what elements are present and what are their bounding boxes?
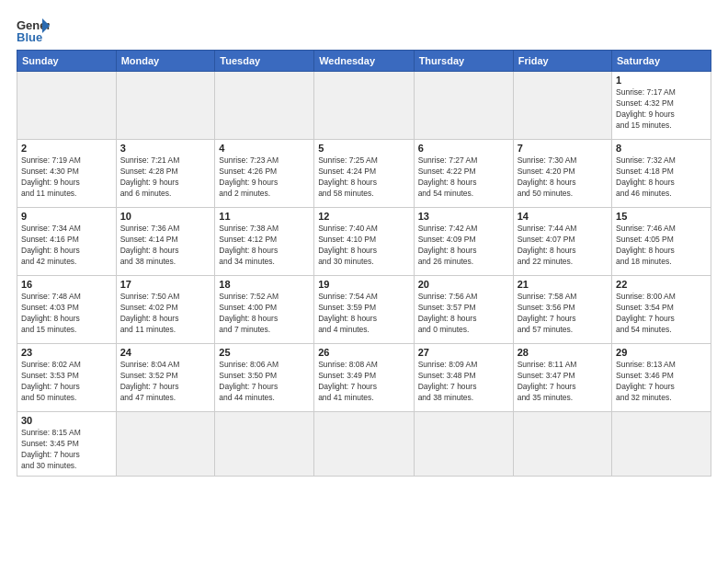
- day-number: 25: [219, 347, 310, 358]
- weekday-header-tuesday: Tuesday: [215, 51, 314, 72]
- calendar-cell: 6Sunrise: 7:27 AM Sunset: 4:22 PM Daylig…: [414, 140, 513, 208]
- day-number: 16: [21, 279, 112, 290]
- day-number: 13: [418, 211, 509, 222]
- calendar-cell: [215, 72, 314, 140]
- day-info: Sunrise: 7:46 AM Sunset: 4:05 PM Dayligh…: [616, 224, 707, 268]
- day-info: Sunrise: 7:36 AM Sunset: 4:14 PM Dayligh…: [120, 224, 211, 268]
- weekday-header-row: SundayMondayTuesdayWednesdayThursdayFrid…: [17, 51, 711, 72]
- weekday-header-thursday: Thursday: [414, 51, 513, 72]
- day-number: 6: [418, 143, 509, 154]
- logo: General Blue: [17, 17, 50, 44]
- calendar-week-row: 9Sunrise: 7:34 AM Sunset: 4:16 PM Daylig…: [17, 208, 711, 276]
- calendar-cell: 13Sunrise: 7:42 AM Sunset: 4:09 PM Dayli…: [414, 208, 513, 276]
- svg-text:Blue: Blue: [17, 30, 42, 44]
- calendar-cell: [116, 412, 215, 477]
- calendar-cell: 14Sunrise: 7:44 AM Sunset: 4:07 PM Dayli…: [513, 208, 611, 276]
- day-number: 4: [219, 143, 310, 154]
- day-info: Sunrise: 7:54 AM Sunset: 3:59 PM Dayligh…: [318, 292, 409, 336]
- calendar-cell: [414, 412, 513, 477]
- day-info: Sunrise: 8:09 AM Sunset: 3:48 PM Dayligh…: [418, 360, 509, 404]
- weekday-header-wednesday: Wednesday: [314, 51, 414, 72]
- calendar-cell: [612, 412, 711, 477]
- day-number: 30: [21, 415, 112, 426]
- day-number: 14: [518, 211, 608, 222]
- day-info: Sunrise: 7:32 AM Sunset: 4:18 PM Dayligh…: [616, 155, 707, 200]
- day-number: 12: [318, 211, 409, 222]
- calendar-cell: 27Sunrise: 8:09 AM Sunset: 3:48 PM Dayli…: [414, 344, 513, 412]
- day-number: 7: [518, 143, 608, 154]
- header: General Blue: [17, 17, 711, 44]
- generalblue-logo-icon: General Blue: [17, 17, 50, 44]
- calendar-cell: 8Sunrise: 7:32 AM Sunset: 4:18 PM Daylig…: [612, 140, 711, 208]
- day-number: 22: [616, 279, 707, 290]
- calendar-week-row: 16Sunrise: 7:48 AM Sunset: 4:03 PM Dayli…: [17, 276, 711, 344]
- calendar-cell: [513, 412, 611, 477]
- calendar-week-row: 30Sunrise: 8:15 AM Sunset: 3:45 PM Dayli…: [17, 412, 711, 477]
- calendar-cell: 30Sunrise: 8:15 AM Sunset: 3:45 PM Dayli…: [17, 412, 117, 477]
- calendar-cell: 23Sunrise: 8:02 AM Sunset: 3:53 PM Dayli…: [17, 344, 117, 412]
- calendar-cell: 16Sunrise: 7:48 AM Sunset: 4:03 PM Dayli…: [17, 276, 117, 344]
- day-number: 23: [21, 347, 112, 358]
- weekday-header-saturday: Saturday: [612, 51, 711, 72]
- day-info: Sunrise: 7:30 AM Sunset: 4:20 PM Dayligh…: [518, 155, 608, 200]
- calendar-cell: [314, 412, 414, 477]
- calendar-cell: 2Sunrise: 7:19 AM Sunset: 4:30 PM Daylig…: [17, 140, 117, 208]
- day-number: 10: [120, 211, 211, 222]
- calendar-cell: 19Sunrise: 7:54 AM Sunset: 3:59 PM Dayli…: [314, 276, 414, 344]
- day-number: 11: [219, 211, 310, 222]
- calendar-cell: 20Sunrise: 7:56 AM Sunset: 3:57 PM Dayli…: [414, 276, 513, 344]
- day-info: Sunrise: 7:34 AM Sunset: 4:16 PM Dayligh…: [21, 224, 112, 268]
- day-number: 5: [318, 143, 409, 154]
- day-number: 24: [120, 347, 211, 358]
- day-info: Sunrise: 8:11 AM Sunset: 3:47 PM Dayligh…: [518, 360, 608, 404]
- day-number: 17: [120, 279, 211, 290]
- calendar-cell: 11Sunrise: 7:38 AM Sunset: 4:12 PM Dayli…: [215, 208, 314, 276]
- day-info: Sunrise: 7:52 AM Sunset: 4:00 PM Dayligh…: [219, 292, 310, 336]
- day-number: 1: [616, 75, 707, 86]
- calendar-cell: 3Sunrise: 7:21 AM Sunset: 4:28 PM Daylig…: [116, 140, 215, 208]
- day-info: Sunrise: 7:25 AM Sunset: 4:24 PM Dayligh…: [318, 155, 409, 200]
- day-info: Sunrise: 8:08 AM Sunset: 3:49 PM Dayligh…: [318, 360, 409, 404]
- page: General Blue SundayMondayTuesdayWednesda…: [0, 0, 728, 563]
- calendar-cell: 28Sunrise: 8:11 AM Sunset: 3:47 PM Dayli…: [513, 344, 611, 412]
- weekday-header-friday: Friday: [513, 51, 611, 72]
- day-info: Sunrise: 7:50 AM Sunset: 4:02 PM Dayligh…: [120, 292, 211, 336]
- weekday-header-sunday: Sunday: [17, 51, 117, 72]
- calendar-week-row: 1Sunrise: 7:17 AM Sunset: 4:32 PM Daylig…: [17, 72, 711, 140]
- day-info: Sunrise: 8:00 AM Sunset: 3:54 PM Dayligh…: [616, 292, 707, 336]
- calendar-cell: 21Sunrise: 7:58 AM Sunset: 3:56 PM Dayli…: [513, 276, 611, 344]
- calendar-cell: 15Sunrise: 7:46 AM Sunset: 4:05 PM Dayli…: [612, 208, 711, 276]
- day-info: Sunrise: 7:23 AM Sunset: 4:26 PM Dayligh…: [219, 155, 310, 200]
- day-number: 29: [616, 347, 707, 358]
- calendar-cell: 25Sunrise: 8:06 AM Sunset: 3:50 PM Dayli…: [215, 344, 314, 412]
- calendar: SundayMondayTuesdayWednesdayThursdayFrid…: [17, 50, 711, 477]
- calendar-cell: 1Sunrise: 7:17 AM Sunset: 4:32 PM Daylig…: [612, 72, 711, 140]
- day-info: Sunrise: 7:56 AM Sunset: 3:57 PM Dayligh…: [418, 292, 509, 336]
- day-info: Sunrise: 7:38 AM Sunset: 4:12 PM Dayligh…: [219, 224, 310, 268]
- calendar-cell: 9Sunrise: 7:34 AM Sunset: 4:16 PM Daylig…: [17, 208, 117, 276]
- calendar-cell: 10Sunrise: 7:36 AM Sunset: 4:14 PM Dayli…: [116, 208, 215, 276]
- day-number: 8: [616, 143, 707, 154]
- day-number: 19: [318, 279, 409, 290]
- calendar-cell: [414, 72, 513, 140]
- calendar-cell: 22Sunrise: 8:00 AM Sunset: 3:54 PM Dayli…: [612, 276, 711, 344]
- calendar-cell: 24Sunrise: 8:04 AM Sunset: 3:52 PM Dayli…: [116, 344, 215, 412]
- calendar-week-row: 2Sunrise: 7:19 AM Sunset: 4:30 PM Daylig…: [17, 140, 711, 208]
- day-info: Sunrise: 8:06 AM Sunset: 3:50 PM Dayligh…: [219, 360, 310, 404]
- calendar-cell: 5Sunrise: 7:25 AM Sunset: 4:24 PM Daylig…: [314, 140, 414, 208]
- day-number: 3: [120, 143, 211, 154]
- day-number: 9: [21, 211, 112, 222]
- day-info: Sunrise: 7:48 AM Sunset: 4:03 PM Dayligh…: [21, 292, 112, 336]
- day-info: Sunrise: 7:19 AM Sunset: 4:30 PM Dayligh…: [21, 155, 112, 200]
- day-number: 20: [418, 279, 509, 290]
- day-number: 26: [318, 347, 409, 358]
- calendar-cell: 26Sunrise: 8:08 AM Sunset: 3:49 PM Dayli…: [314, 344, 414, 412]
- calendar-cell: 18Sunrise: 7:52 AM Sunset: 4:00 PM Dayli…: [215, 276, 314, 344]
- calendar-cell: 4Sunrise: 7:23 AM Sunset: 4:26 PM Daylig…: [215, 140, 314, 208]
- calendar-cell: [215, 412, 314, 477]
- day-number: 21: [518, 279, 608, 290]
- day-number: 28: [518, 347, 608, 358]
- calendar-cell: [314, 72, 414, 140]
- day-info: Sunrise: 7:44 AM Sunset: 4:07 PM Dayligh…: [518, 224, 608, 268]
- calendar-week-row: 23Sunrise: 8:02 AM Sunset: 3:53 PM Dayli…: [17, 344, 711, 412]
